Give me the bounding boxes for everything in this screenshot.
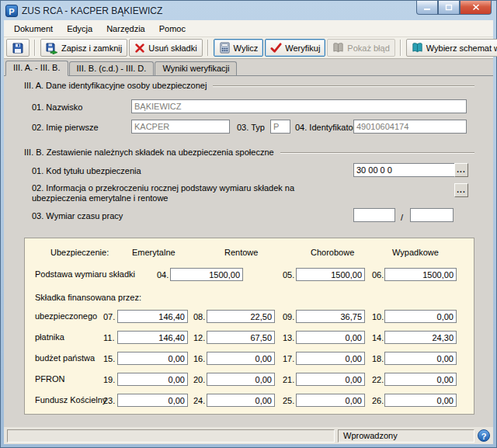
delete-icon — [134, 43, 145, 54]
maximize-icon — [445, 4, 453, 11]
section-b-header: III. B. Zestawienie należnych składek na… — [24, 148, 474, 157]
amount-field-16[interactable] — [207, 352, 275, 365]
amount-field-07[interactable] — [117, 310, 188, 323]
kod-tytulu-picker-button[interactable]: ... — [454, 163, 468, 177]
document-status: Wprowadzony — [343, 431, 398, 440]
contributions-panel: Ubezpieczenie: Emerytalne Rentowe Chorob… — [24, 238, 474, 415]
amount-field-11[interactable] — [117, 331, 188, 344]
toolbar-separator — [34, 40, 36, 56]
section-rule — [280, 152, 474, 154]
choose-calculation-scheme-button[interactable]: Wybierz schemat wyliczeń — [406, 39, 497, 57]
close-button[interactable] — [460, 1, 492, 15]
table-row-podstawa: Podstawa wymiaru składki 04. 05. 06. — [25, 268, 474, 283]
amount-field-24[interactable] — [207, 394, 275, 407]
identyfikator-field[interactable] — [353, 120, 467, 134]
field-number: 20. — [193, 375, 205, 384]
wymiar-licznik-field[interactable] — [353, 208, 395, 222]
identyfikator-label: 04. Identyfikator — [295, 123, 356, 132]
calculate-label: Wylicz — [234, 43, 259, 53]
amount-field-19[interactable] — [117, 373, 188, 386]
nazwisko-field[interactable] — [131, 99, 467, 113]
save-and-close-label: Zapisz i zamknij — [61, 43, 122, 53]
delete-contributions-label: Usuń składki — [148, 43, 196, 53]
amount-field-05[interactable] — [296, 268, 365, 281]
row-label: budżet państwa — [35, 353, 95, 363]
delete-contributions-button[interactable]: Usuń składki — [129, 39, 202, 57]
typ-field[interactable] — [270, 120, 290, 134]
tab-iii-b-cd-iii-d[interactable]: III. B. (c.d.) - III. D. — [69, 61, 155, 75]
skladka-finansowana-label: Składka finansowana przez: — [35, 293, 141, 302]
ubezpieczenie-header: Ubezpieczenie: — [50, 248, 109, 257]
table-row-budzet-panstwa: budżet państwa 15. 16. 17. 18. — [25, 352, 474, 367]
amount-field-17[interactable] — [296, 352, 365, 365]
table-row-platnika: płatnika 11. 12. 13. 14. — [25, 331, 474, 346]
amount-field-06[interactable] — [384, 268, 457, 281]
section-b-title: III. B. Zestawienie należnych składek na… — [24, 148, 274, 157]
scheme-icon — [412, 42, 423, 54]
maximize-button[interactable] — [438, 1, 460, 15]
menu-narzedzia[interactable]: Narzędzia — [99, 22, 152, 36]
tab-iii-a-iii-b[interactable]: III. A. - III. B. — [5, 61, 68, 76]
wymiar-mianownik-field[interactable] — [410, 208, 454, 222]
save-and-close-button[interactable]: Zapisz i zamknij — [40, 39, 127, 57]
imie-field[interactable] — [131, 120, 230, 134]
amount-field-20[interactable] — [207, 373, 275, 386]
field-number: 26. — [372, 396, 384, 405]
amount-field-14[interactable] — [384, 331, 457, 344]
col-chorobowe-header: Chorobowe — [311, 248, 354, 257]
amount-field-18[interactable] — [384, 352, 457, 365]
menu-edycja[interactable]: Edycja — [60, 22, 99, 36]
app-window: P ZUS RCA - KACPER BĄKIEWICZ Dokument Ed… — [0, 0, 497, 448]
section-a-title: III. A. Dane identyfikacyjne osoby ubezp… — [24, 81, 207, 90]
field-number: 09. — [283, 312, 294, 321]
show-error-button: Pokaż błąd — [327, 39, 394, 57]
minimize-button[interactable] — [416, 1, 438, 15]
tab-bar: III. A. - III. B. III. B. (c.d.) - III. … — [4, 59, 493, 76]
field-number: 13. — [283, 333, 294, 342]
table-row-ubezpieczonego: ubezpieczonego 07. 08. 09. 10. — [25, 310, 474, 325]
show-error-label: Pokaż błąd — [347, 43, 389, 53]
field-number: 08. — [193, 312, 205, 321]
przekroczenie-picker-button[interactable]: ... — [454, 183, 468, 197]
calculate-button[interactable]: Wylicz — [214, 39, 264, 57]
row-label: ubezpieczonego — [35, 311, 97, 321]
field-number: 16. — [193, 354, 205, 363]
amount-field-25[interactable] — [296, 394, 365, 407]
field-number: 11. — [103, 333, 114, 342]
document-status-cell: Wprowadzony — [338, 429, 474, 443]
save-close-icon — [46, 42, 58, 54]
amount-field-08[interactable] — [207, 310, 275, 323]
toolbar-separator — [207, 40, 209, 56]
kod-tytulu-label: 01. Kod tytułu ubezpieczenia — [32, 166, 141, 175]
wymiar-czasu-label: 03. Wymiar czasu pracy — [32, 211, 123, 221]
amount-field-12[interactable] — [207, 331, 275, 344]
amount-field-09[interactable] — [296, 310, 365, 323]
title-bar[interactable]: P ZUS RCA - KACPER BĄKIEWICZ — [4, 1, 493, 20]
table-subheading-row: Składka finansowana przez: — [25, 291, 474, 307]
kod-tytulu-field[interactable] — [353, 163, 455, 177]
verify-label: Weryfikuj — [285, 43, 320, 53]
save-button[interactable] — [6, 39, 30, 57]
app-icon: P — [5, 5, 18, 17]
toolbar: Zapisz i zamknij Usuń składki Wylicz Wer… — [4, 37, 493, 59]
form-area: III. A. Dane identyfikacyjne osoby ubezp… — [4, 76, 493, 427]
save-icon — [12, 42, 24, 54]
menu-dokument[interactable]: Dokument — [7, 22, 60, 36]
amount-field-26[interactable] — [384, 394, 457, 407]
table-row-fundusz-koscielny: Fundusz Kościelny 23. 24. 25. 26. — [25, 394, 474, 409]
verify-button[interactable]: Weryfikuj — [265, 39, 325, 57]
field-number: 05. — [283, 270, 294, 280]
amount-field-04[interactable] — [170, 268, 243, 281]
tab-wyniki-weryfikacji[interactable]: Wyniki weryfikacji — [155, 61, 237, 75]
field-number: 15. — [103, 354, 115, 363]
amount-field-21[interactable] — [296, 373, 365, 386]
amount-field-13[interactable] — [296, 331, 365, 344]
minimize-icon — [423, 4, 431, 11]
amount-field-22[interactable] — [384, 373, 457, 386]
calculate-icon — [219, 42, 231, 54]
amount-field-23[interactable] — [117, 394, 188, 407]
amount-field-15[interactable] — [117, 352, 188, 365]
help-button[interactable]: ? — [478, 429, 490, 442]
menu-pomoc[interactable]: Pomoc — [152, 22, 193, 36]
amount-field-10[interactable] — [384, 310, 457, 323]
